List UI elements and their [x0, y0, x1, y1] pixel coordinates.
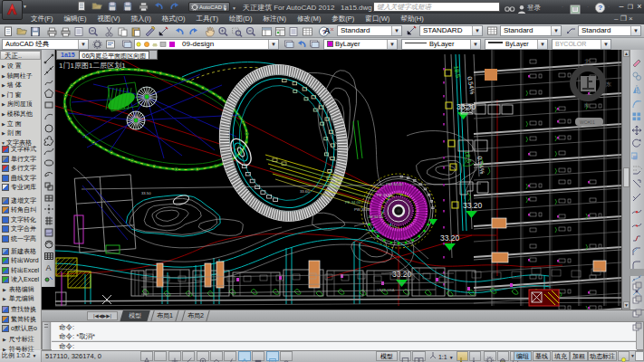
svg-text:PW 33.45: PW 33.45 [354, 207, 371, 212]
svg-text:33.20: 33.20 [463, 201, 483, 210]
svg-text:A: A [324, 26, 331, 35]
svg-text:东: 东 [606, 81, 611, 87]
svg-text:PW 34.00: PW 34.00 [386, 182, 403, 186]
svg-text:?: ? [598, 4, 602, 12]
svg-text:0.54%: 0.54% [466, 76, 476, 95]
svg-text:PE 34.00: PE 34.00 [345, 200, 361, 205]
svg-text:VB14 GSA: VB14 GSA [377, 288, 395, 292]
svg-text:1门1原图1二层区划1: 1门1原图1二层区划1 [59, 62, 126, 70]
svg-text:北: 北 [584, 58, 590, 65]
svg-text:JM 34.00: JM 34.00 [368, 214, 384, 219]
svg-text:南: 南 [584, 102, 590, 108]
svg-text:18.5: 18.5 [464, 150, 472, 164]
svg-text:33.20: 33.20 [440, 233, 460, 243]
svg-text:18.5: 18.5 [453, 65, 461, 79]
svg-text:33.60: 33.60 [300, 189, 310, 194]
svg-text:33.30: 33.30 [327, 182, 337, 186]
svg-text:WC#01: WC#01 [580, 119, 595, 125]
svg-text:33.50: 33.50 [141, 191, 151, 195]
svg-text:PE 33.60: PE 33.60 [377, 193, 393, 197]
